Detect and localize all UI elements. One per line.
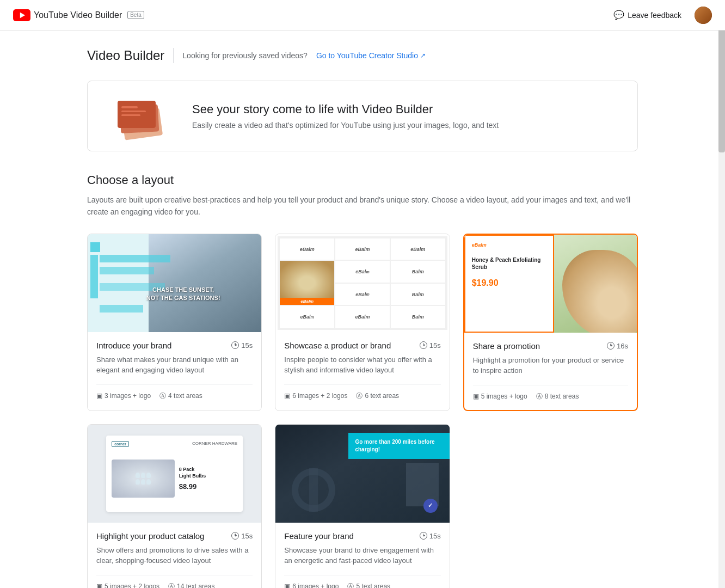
layout-images-showcase: ▣ 6 images + 2 logos [284,391,347,401]
youtube-icon [13,9,30,21]
promo-price: $19.90 [472,278,546,288]
scrollbar-track[interactable] [718,0,725,588]
clock-icon-catalog [231,532,239,540]
layout-text-catalog: Ⓐ 14 text areas [168,582,214,588]
layout-info-catalog: Highlight your product catalog 15s Show … [88,523,261,588]
youtube-logo[interactable]: YouTube Video Builder Beta [13,9,144,21]
svg-rect-5 [121,106,138,108]
section-description: Layouts are built upon creative best-pra… [87,194,638,218]
layout-card-introduce[interactable]: CHASE THE SUNSET,NOT THE GAS STATIONS! I… [87,234,262,411]
catalog-price: $8.99 [179,482,238,491]
layout-name-row-catalog: Highlight your product catalog 15s [96,531,253,541]
image-icon-showcase: ▣ [284,392,290,400]
app-name: YouTube Video Builder [34,10,122,20]
leave-feedback-label: Leave feedback [628,11,681,20]
layout-description-promotion: Highlight a promotion for your product o… [473,355,628,376]
layouts-section: Choose a layout Layouts are built upon c… [87,173,638,588]
layout-meta-introduce: ▣ 3 images + logo Ⓐ 4 text areas [96,384,253,401]
sc-cell-3: eBalm [391,238,445,260]
layout-name-feature: Feature your brand [284,531,354,541]
user-avatar[interactable] [695,7,712,24]
catalog-header: corner CORNER HARDWARE [112,441,237,447]
saved-videos-text: Looking for previously saved videos? [182,51,308,60]
avatar-image [695,7,712,24]
app-header: YouTube Video Builder Beta 💬 Leave feedb… [0,0,725,30]
layout-description-showcase: Inspire people to consider what you offe… [284,354,440,376]
hero-heading: See your story come to life with Video B… [192,102,499,117]
layout-duration-feature: 15s [420,532,441,540]
layout-name-row-introduce: Introduce your brand 15s [96,341,253,350]
studio-link[interactable]: Go to YouTube Creator Studio ↗ [316,51,426,60]
catalog-product-photo [112,460,175,498]
image-icon-promotion: ▣ [473,393,479,400]
layout-info-promotion: Share a promotion 16s Highlight a promot… [464,333,637,410]
layout-text-feature: Ⓐ 5 text areas [347,582,390,588]
layout-meta-promotion: ▣ 5 images + logo Ⓐ 8 text areas [473,385,628,401]
layout-images-feature: ▣ 6 images + logo [284,582,339,588]
layout-meta-catalog: ▣ 5 images + 2 logos Ⓐ 14 text areas [96,575,253,588]
header-right: 💬 Leave feedback [609,7,712,24]
layout-name-row-promotion: Share a promotion 16s [473,341,628,351]
layout-meta-showcase: ▣ 6 images + 2 logos Ⓐ 6 text areas [284,384,440,401]
layout-text-promotion: Ⓐ 8 text areas [536,392,579,401]
studio-link-text: Go to YouTube Creator Studio [316,51,418,60]
text-icon-showcase: Ⓐ [356,391,362,401]
layout-text-introduce: Ⓐ 4 text areas [159,391,202,401]
promo-left: eBalm Honey & Peach Exfoliating Scrub $1… [464,235,554,333]
layout-images-promotion: ▣ 5 images + logo [473,392,527,401]
image-icon-catalog: ▣ [96,583,102,588]
sc-cell-12: Balm [391,306,445,328]
layout-name-introduce: Introduce your brand [96,341,171,350]
clock-icon-feature [420,532,427,540]
clock-icon-showcase [420,341,427,349]
hero-description: Easily create a video ad that's optimize… [192,121,499,130]
layout-card-catalog[interactable]: corner CORNER HARDWARE [87,424,262,588]
layout-duration-promotion: 16s [607,342,628,350]
sc-cell-11: eBalm [335,306,390,328]
sc-cell-9: Balm [391,284,445,305]
clock-icon-promotion [607,342,615,350]
layout-thumbnail-showcase: eBalm eBalm eBalm eBalm eBalm Balm eBalm [275,234,449,332]
layout-info-showcase: Showcase a product or brand 15s Inspire … [275,332,449,409]
layout-duration-catalog: 15s [231,532,253,540]
introduce-thumb-text: CHASE THE SUNSET,NOT THE GAS STATIONS! [114,286,253,303]
hero-banner: See your story come to life with Video B… [87,81,638,151]
leave-feedback-button[interactable]: 💬 Leave feedback [609,7,686,23]
sc-cell-6: Balm [391,261,445,283]
section-title: Choose a layout [87,173,638,187]
layout-text-showcase: Ⓐ 6 text areas [356,391,399,401]
main-content: Video Builder Looking for previously sav… [74,30,651,588]
layout-thumbnail-feature: Go more than 200 miles before charging! … [275,425,449,523]
sc-cell-4: eBalm [335,261,390,283]
layout-name-promotion: Share a promotion [473,341,540,351]
layout-duration-introduce: 15s [231,341,253,350]
sc-cell-2: eBalm [335,238,390,260]
layout-name-row-feature: Feature your brand 15s [284,531,440,541]
promo-brand: eBalm [472,242,546,248]
catalog-product-details: 8 PackLight Bulbs $8.99 [179,467,238,491]
image-icon-introduce: ▣ [96,392,102,400]
layout-info-feature: Feature your brand 15s Showcase your bra… [275,523,449,588]
external-link-icon: ↗ [420,52,426,59]
layout-description-feature: Showcase your brand to drive engagement … [284,545,440,566]
catalog-store-name: CORNER HARDWARE [192,441,237,446]
layout-thumbnail-introduce: CHASE THE SUNSET,NOT THE GAS STATIONS! [88,234,261,332]
layout-thumbnail-catalog: corner CORNER HARDWARE [88,425,261,523]
catalog-card: corner CORNER HARDWARE [106,436,243,512]
catalog-product-area: 8 PackLight Bulbs $8.99 [112,451,237,506]
layout-card-feature[interactable]: Go more than 200 miles before charging! … [275,424,450,588]
hero-text: See your story come to life with Video B… [192,102,499,130]
layout-meta-feature: ▣ 6 images + logo Ⓐ 5 text areas [284,575,440,588]
clock-icon-introduce [231,341,239,349]
promo-right [554,235,637,333]
layouts-grid: CHASE THE SUNSET,NOT THE GAS STATIONS! I… [87,234,638,588]
header-divider [173,48,174,63]
page-header: Video Builder Looking for previously sav… [87,48,638,63]
layout-card-showcase[interactable]: eBalm eBalm eBalm eBalm eBalm Balm eBalm [275,234,450,411]
layout-description-introduce: Share what makes your brand unique with … [96,354,253,376]
feature-logo-badge: ✓ [423,499,438,513]
layout-card-promotion[interactable]: eBalm Honey & Peach Exfoliating Scrub $1… [463,234,638,411]
layout-images-introduce: ▣ 3 images + logo [96,391,151,401]
layout-name-row-showcase: Showcase a product or brand 15s [284,341,440,350]
showcase-grid: eBalm eBalm eBalm eBalm eBalm Balm eBalm [278,236,447,330]
